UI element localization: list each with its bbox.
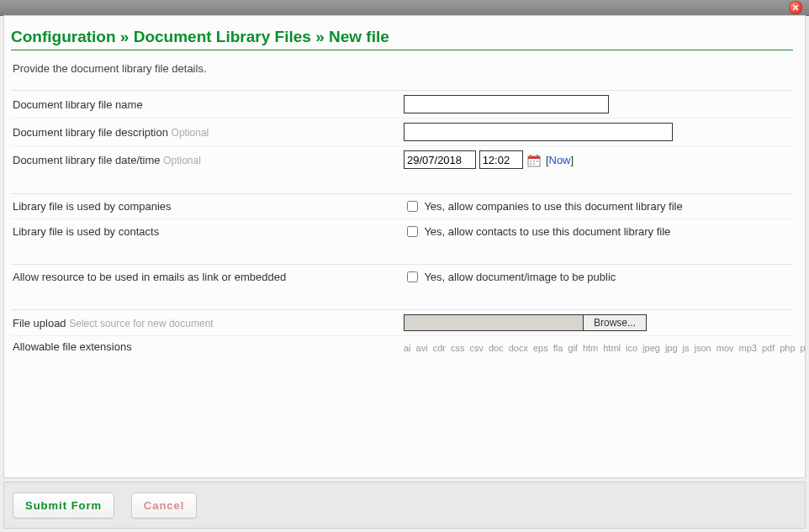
extensions-list: aiavicdrcsscsvdocdocxepsflagifhtmhtmlico…	[404, 340, 723, 356]
file-description-input[interactable]	[404, 123, 673, 141]
svg-rect-7	[530, 163, 531, 165]
heading-rule	[11, 50, 793, 50]
label-file-datetime: Document library file date/time Optional	[11, 146, 402, 174]
extension-tag: jpg	[665, 343, 678, 353]
label-file-description: Document library file description Option…	[11, 119, 402, 146]
extension-tag: pdf	[762, 343, 775, 353]
companies-checkbox-text: Yes, allow companies to use this documen…	[424, 200, 682, 213]
breadcrumb-separator: »	[120, 28, 134, 45]
svg-rect-3	[537, 155, 538, 157]
public-checkbox-text: Yes, allow document/image to be public	[424, 271, 616, 283]
svg-rect-4	[530, 161, 531, 162]
label-used-by-companies: Library file is used by companies	[11, 194, 402, 219]
extension-tag: mp3	[739, 343, 757, 353]
extension-tag: gif	[568, 343, 578, 353]
svg-rect-2	[530, 155, 531, 157]
contacts-checkbox-text: Yes, allow contacts to use this document…	[424, 225, 670, 238]
now-link[interactable]: Now	[549, 154, 571, 166]
intro-text: Provide the document library file detail…	[13, 62, 793, 75]
extension-tag: html	[603, 343, 621, 353]
breadcrumb-part-1[interactable]: Configuration	[11, 28, 116, 45]
companies-checkbox[interactable]	[407, 201, 418, 212]
extension-tag: csv	[469, 343, 484, 353]
now-bracket: ]	[571, 154, 574, 166]
label-extensions: Allowable file extensions	[11, 336, 402, 361]
extension-tag: fla	[553, 343, 563, 353]
cancel-button[interactable]: Cancel	[131, 492, 198, 519]
svg-rect-8	[533, 163, 535, 165]
submit-button[interactable]: Submit Form	[13, 492, 114, 519]
file-name-input[interactable]	[404, 95, 609, 113]
label-used-by-contacts: Library file is used by contacts	[11, 219, 402, 245]
extension-tag: js	[683, 343, 690, 353]
extension-tag: json	[695, 343, 711, 353]
label-file-name: Document library file name	[11, 91, 402, 119]
extension-tag: php	[780, 343, 795, 353]
extension-tag: doc	[489, 343, 504, 353]
form-table: Document library file name Document libr…	[11, 90, 793, 361]
browse-button[interactable]: Browse...	[583, 315, 646, 330]
window-titlebar	[0, 0, 809, 16]
label-public: Allow resource to be used in emails as l…	[11, 265, 402, 290]
extension-tag: cdr	[433, 343, 446, 353]
breadcrumb-separator: »	[315, 28, 329, 45]
extension-tag: mov	[716, 343, 734, 353]
svg-rect-6	[537, 161, 538, 162]
date-input[interactable]	[404, 150, 476, 169]
breadcrumb-part-2[interactable]: Document Library Files	[134, 28, 311, 45]
extension-tag: htm	[583, 343, 598, 353]
extension-tag: ai	[404, 343, 411, 353]
file-upload-control[interactable]: Browse...	[404, 314, 647, 331]
breadcrumb: Configuration » Document Library Files »…	[11, 28, 793, 46]
extension-tag: png	[801, 343, 806, 353]
label-file-upload: File upload Select source for new docume…	[11, 310, 402, 336]
svg-rect-5	[533, 161, 535, 162]
time-input[interactable]	[479, 150, 523, 169]
file-upload-filename	[404, 315, 583, 330]
main-panel: Configuration » Document Library Files »…	[3, 15, 806, 478]
close-icon[interactable]	[789, 1, 802, 14]
public-checkbox[interactable]	[407, 271, 418, 282]
extension-tag: css	[451, 343, 465, 353]
contacts-checkbox[interactable]	[407, 226, 418, 237]
calendar-icon[interactable]	[527, 154, 541, 167]
breadcrumb-part-3: New file	[329, 28, 389, 45]
footer-bar: Submit Form Cancel	[3, 482, 806, 529]
extension-tag: ico	[626, 343, 637, 353]
extension-tag: avi	[416, 343, 428, 353]
extension-tag: jpeg	[642, 343, 660, 353]
extension-tag: docx	[509, 343, 528, 353]
extension-tag: eps	[533, 343, 548, 353]
